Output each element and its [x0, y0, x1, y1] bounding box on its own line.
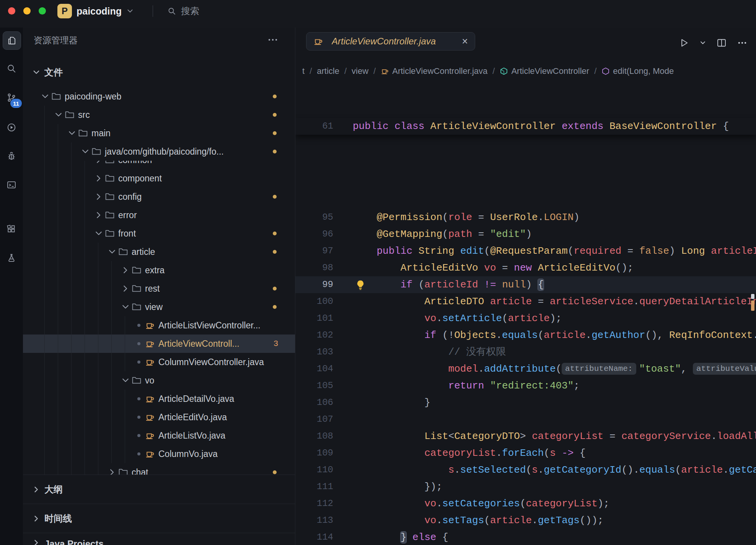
section-java-projects[interactable]: Java Projects [23, 533, 295, 545]
tree-file-articlelistviewcontroller[interactable]: ArticleListViewController... [23, 316, 295, 335]
chevron-down-icon[interactable] [94, 229, 103, 238]
tree-folder-error[interactable]: error [23, 206, 295, 224]
run-button[interactable] [679, 38, 689, 48]
sticky-code-line-61[interactable]: 61public class ArticleViewController ext… [295, 118, 756, 135]
tree-file-articledetailvo-java[interactable]: ArticleDetailVo.java [23, 390, 295, 408]
overview-ruler[interactable] [750, 84, 755, 545]
code-line-98[interactable]: 98 ArticleEditVo vo = new ArticleEditVo(… [295, 259, 756, 276]
line-number[interactable]: 104 [295, 361, 333, 377]
activity-debug-console[interactable] [3, 147, 20, 165]
code-line-107[interactable]: 107 [295, 411, 756, 428]
chevron-right-icon[interactable] [121, 284, 130, 293]
tree-file-columnviewcontroller-java[interactable]: ColumnViewController.java [23, 353, 295, 371]
run-dropdown-icon[interactable] [699, 39, 706, 46]
line-number[interactable]: 103 [295, 344, 333, 361]
code-line-103[interactable]: 103 // 没有权限 [295, 344, 756, 361]
line-number[interactable]: 111 [295, 478, 333, 495]
tab-articleviewcontroller-java[interactable]: ArticleViewController.java × [306, 32, 475, 51]
line-number[interactable]: 61 [295, 118, 333, 135]
chevron-right-icon[interactable] [94, 210, 103, 220]
minimize-window-button[interactable] [23, 7, 31, 15]
lightbulb-icon[interactable] [355, 279, 366, 290]
line-number[interactable]: 113 [295, 512, 333, 529]
sticky-line[interactable]: 61public class ArticleViewController ext… [295, 118, 756, 135]
code-line-104[interactable]: 104 model.addAttribute(attributeName:"to… [295, 361, 756, 377]
code-line-97[interactable]: 97 public String edit(@RequestParam(requ… [295, 243, 756, 259]
code-line-108[interactable]: 108 List<CategoryDTO> categoryList = cat… [295, 428, 756, 445]
tree-folder-article[interactable]: article [23, 243, 295, 261]
code-line-99[interactable]: 99 if (articleId != null) { [295, 276, 756, 293]
tree-folder-config[interactable]: config [23, 188, 295, 206]
line-number[interactable]: 96 [295, 226, 333, 243]
code-line-101[interactable]: 101 vo.setArticle(article); [295, 310, 756, 327]
code-line-111[interactable]: 111 }); [295, 478, 756, 495]
code-line-109[interactable]: 109 categoryList.forEach(s -> { [295, 445, 756, 462]
code-line-106[interactable]: 106 } [295, 394, 756, 411]
chevron-right-icon[interactable] [121, 266, 130, 275]
more-actions-icon[interactable] [267, 35, 279, 44]
tree-file-articleeditvo-java[interactable]: ArticleEditVo.java [23, 408, 295, 426]
tree-file-columnvo-java[interactable]: ColumnVo.java [23, 445, 295, 463]
tree-folder-main[interactable]: main [23, 124, 295, 142]
section-files[interactable]: 文件 [23, 64, 295, 81]
code-line-95[interactable]: 95 @Permission(role = UserRole.LOGIN) [295, 209, 756, 226]
tree-folder-view[interactable]: view [23, 298, 295, 316]
code-editor[interactable]: 61public class ArticleViewController ext… [295, 84, 756, 545]
tree-folder-java-com-github-paicoding-fo[interactable]: java/com/github/paicoding/fo... [23, 142, 295, 161]
breadcrumb-articleviewcontroller[interactable]: ArticleViewController [500, 66, 589, 76]
line-number[interactable]: 99 [295, 276, 333, 293]
code-line-105[interactable]: 105 return "redirect:403"; [295, 377, 756, 394]
tree-file-articlelistvo-java[interactable]: ArticleListVo.java [23, 426, 295, 445]
section-outline[interactable]: 大纲 [23, 475, 295, 504]
close-window-button[interactable] [8, 7, 15, 15]
zoom-window-button[interactable] [39, 7, 46, 15]
tree-folder-chat[interactable]: chat [23, 463, 295, 475]
chevron-down-icon[interactable] [121, 376, 130, 385]
activity-testing[interactable] [3, 249, 20, 267]
line-number[interactable]: 114 [295, 529, 333, 545]
close-tab-icon[interactable]: × [462, 36, 468, 47]
line-number[interactable]: 112 [295, 495, 333, 512]
line-number[interactable]: 95 [295, 209, 333, 226]
line-number[interactable]: 100 [295, 293, 333, 310]
chevron-down-icon[interactable] [121, 302, 130, 312]
chevron-down-icon[interactable] [67, 129, 77, 138]
line-number[interactable]: 97 [295, 243, 333, 259]
code-line-100[interactable]: 100 ArticleDTO article = articleService.… [295, 293, 756, 310]
line-number[interactable]: 105 [295, 377, 333, 394]
tree-folder-rest[interactable]: rest [23, 279, 295, 298]
activity-search[interactable] [3, 60, 20, 77]
breadcrumb-view[interactable]: view [352, 66, 368, 76]
activity-extensions[interactable] [3, 220, 20, 238]
activity-source-control[interactable]: 11 [3, 89, 20, 106]
tree-folder-extra[interactable]: extra [23, 261, 295, 279]
breadcrumb-edit-long-mode[interactable]: edit(Long, Mode [601, 66, 674, 76]
chevron-right-icon[interactable] [94, 192, 103, 201]
line-number[interactable]: 108 [295, 428, 333, 445]
line-number[interactable]: 109 [295, 445, 333, 462]
code-line-96[interactable]: 96 @GetMapping(path = "edit") [295, 226, 756, 243]
split-editor-icon[interactable] [716, 38, 727, 48]
tree-folder-src[interactable]: src [23, 106, 295, 124]
chevron-down-icon[interactable] [81, 147, 90, 156]
project-switcher[interactable]: P paicoding [57, 3, 134, 19]
tree-folder-paicoding-web[interactable]: paicoding-web [23, 87, 295, 106]
tree-folder-vo[interactable]: vo [23, 371, 295, 390]
activity-explorer[interactable] [3, 31, 21, 50]
breadcrumb-articleviewcontroller-java[interactable]: ArticleViewController.java [381, 66, 487, 76]
line-number[interactable]: 101 [295, 310, 333, 327]
tree-folder-common[interactable]: common [23, 161, 295, 169]
code-line-114[interactable]: 114 } else { [295, 529, 756, 545]
breadcrumb-t[interactable]: t [302, 66, 305, 76]
code-line-110[interactable]: 110 s.setSelected(s.getCategoryId().equa… [295, 462, 756, 478]
activity-run-debug[interactable] [3, 119, 20, 136]
chevron-down-icon[interactable] [108, 247, 117, 256]
breadcrumb-article[interactable]: article [317, 66, 339, 76]
line-number[interactable]: 106 [295, 394, 333, 411]
tree-folder-front[interactable]: front [23, 224, 295, 243]
tree-file-articleviewcontroll[interactable]: ArticleViewControll...3 [23, 335, 295, 353]
line-number[interactable]: 107 [295, 411, 333, 428]
chevron-right-icon[interactable] [94, 161, 103, 165]
chevron-right-icon[interactable] [108, 468, 117, 475]
tree-folder-component[interactable]: component [23, 169, 295, 188]
